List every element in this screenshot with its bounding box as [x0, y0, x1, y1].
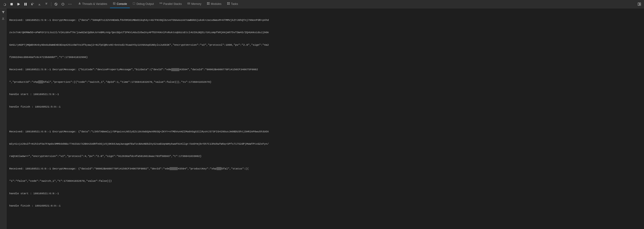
- console-icon: [113, 2, 116, 5]
- svg-rect-3: [26, 3, 27, 5]
- tab-debug-output[interactable]: Debug Output: [130, 0, 157, 8]
- svg-point-6: [62, 3, 64, 5]
- log-line-11: raQtmIlwUw==","encryptVersion":"v2","pro…: [8, 154, 642, 158]
- svg-rect-27: [640, 4, 641, 5]
- threads-variables-icon: [78, 2, 81, 5]
- svg-rect-21: [227, 2, 228, 3]
- tab-tasks-label: Tasks: [231, 2, 238, 5]
- log-line-5: Received: 189169521:5:9:-1 DecryptMessag…: [8, 67, 642, 72]
- tab-debug-output-label: Debug Output: [136, 2, 154, 5]
- svg-rect-8: [160, 2, 160, 3]
- svg-rect-14: [188, 3, 188, 4]
- restart-button[interactable]: [2, 1, 8, 7]
- log-line-15: handle finish : 189169521:6:9:-1: [8, 204, 642, 208]
- log-line-1: Received: 189169521:5:9:-1 EncryptMessag…: [8, 18, 642, 22]
- parallel-stacks-icon: [160, 2, 162, 5]
- toolbar-right: [636, 1, 642, 7]
- console-text: Received: 189169521:5:9:-1 EncryptMessag…: [6, 9, 644, 217]
- tab-parallel-stacks[interactable]: Parallel Stacks: [157, 0, 184, 8]
- log-line-13: "1":"false","code":"switch_1","t":173684…: [8, 179, 642, 183]
- svg-rect-24: [228, 4, 230, 5]
- toolbar-separator-1: [51, 2, 51, 6]
- clear-console-icon[interactable]: [1, 16, 6, 21]
- log-line-blank: [8, 117, 642, 121]
- debug-output-icon: [132, 2, 135, 5]
- more-button[interactable]: ⋯: [67, 1, 73, 7]
- disconnect-button[interactable]: [53, 1, 59, 7]
- filter-icon[interactable]: [1, 10, 6, 15]
- log-line-3: GeGi/yNSP7jMQWbVKnky9DoGubWmEHD3EAq4251c…: [8, 43, 642, 47]
- console-output[interactable]: Received: 189169521:5:9:-1 EncryptMessag…: [6, 8, 644, 229]
- step-into-button[interactable]: [36, 1, 43, 7]
- step-out-button[interactable]: [43, 1, 50, 7]
- modules-icon: [207, 2, 210, 5]
- memory-icon: [187, 2, 190, 5]
- log-line-4: f2082d4ecd8648afc6c4723b689bf","t":17368…: [8, 55, 642, 59]
- svg-rect-20: [208, 4, 210, 5]
- svg-rect-0: [10, 3, 13, 5]
- pause-button[interactable]: [22, 1, 29, 7]
- log-line-6: ","productId":"xhp 5fal","properties":[{…: [8, 80, 642, 84]
- tab-parallel-stacks-label: Parallel Stacks: [164, 2, 182, 5]
- svg-rect-1: [18, 3, 18, 5]
- tab-modules[interactable]: Modules: [204, 0, 224, 8]
- console-left-panel: [0, 8, 6, 229]
- log-line-7: handle start : 189169521:5:9:-1: [8, 92, 642, 96]
- svg-rect-11: [161, 2, 162, 3]
- svg-rect-22: [228, 2, 230, 3]
- debug-toolbar: ⋯ Threads & Variables Console Debug Ou: [0, 0, 644, 8]
- tab-memory-label: Memory: [191, 2, 201, 5]
- stop-button[interactable]: [8, 1, 15, 7]
- tab-threads-variables-label: Threads & Variables: [82, 2, 107, 5]
- svg-rect-25: [638, 2, 639, 5]
- step-over-button[interactable]: [29, 1, 36, 7]
- svg-rect-26: [640, 2, 641, 4]
- tasks-icon: [227, 2, 230, 5]
- log-line-12: Received: 189169521:6:9:-1 DecryptMessag…: [8, 167, 642, 171]
- svg-rect-9: [160, 3, 160, 4]
- continue-button[interactable]: [15, 1, 22, 7]
- log-line-9: Received: 189169521:6:9:-1 EncryptMessag…: [8, 130, 642, 134]
- tab-tasks[interactable]: Tasks: [224, 0, 241, 8]
- svg-rect-15: [188, 3, 189, 4]
- log-line-10: WIy4ixjz29uIf+HihIsF5a7FApGv3MMkOd6Bz/T4…: [8, 142, 642, 146]
- breakpoints-button[interactable]: [60, 1, 66, 7]
- tab-console[interactable]: Console: [110, 0, 130, 8]
- tab-threads-variables[interactable]: Threads & Variables: [76, 0, 110, 8]
- svg-rect-23: [227, 4, 228, 5]
- log-line-2: zvJx7nKrQKMNW5D+oPWFGY1YzJoz2l/VlKLG6vf7…: [8, 30, 642, 34]
- log-line-14: handle start : 189169521:6:9:-1: [8, 192, 642, 196]
- svg-rect-19: [207, 4, 208, 5]
- svg-rect-17: [207, 2, 208, 3]
- layout-button[interactable]: [636, 1, 642, 7]
- svg-rect-10: [160, 3, 161, 3]
- svg-rect-12: [161, 3, 162, 4]
- svg-rect-18: [208, 2, 210, 3]
- svg-line-5: [55, 3, 57, 5]
- tab-modules-label: Modules: [211, 2, 221, 5]
- svg-rect-16: [189, 3, 190, 4]
- tab-memory[interactable]: Memory: [184, 0, 204, 8]
- main-area: Received: 189169521:5:9:-1 EncryptMessag…: [0, 8, 644, 229]
- svg-rect-28: [2, 19, 4, 19]
- log-line-8: handle finish : 189169521:5:9:-1: [8, 105, 642, 109]
- debug-tabs: Threads & Variables Console Debug Output…: [76, 0, 241, 8]
- svg-rect-2: [24, 3, 25, 5]
- tab-console-label: Console: [117, 2, 127, 5]
- svg-point-7: [79, 2, 80, 3]
